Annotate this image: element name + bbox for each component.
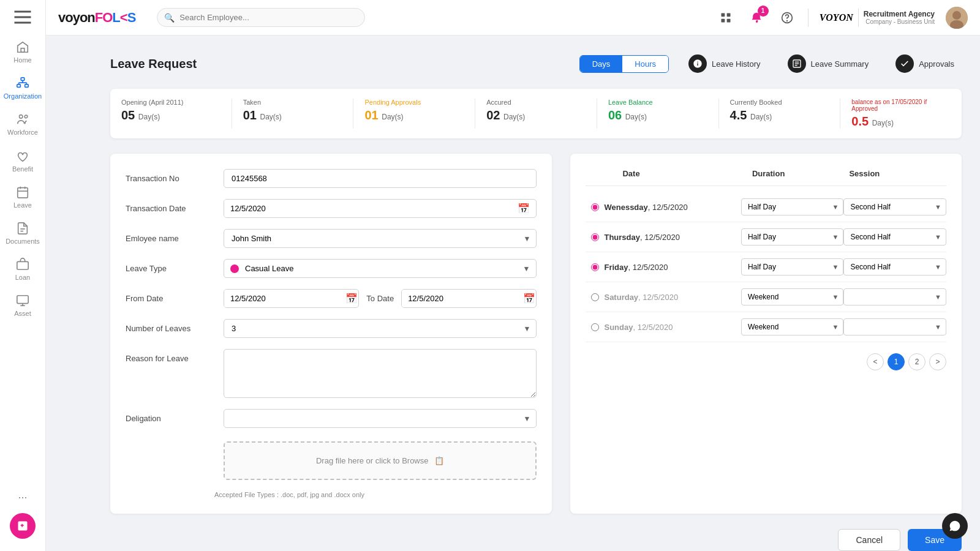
col-duration-header: Duration xyxy=(752,169,850,178)
sidebar-item-home[interactable]: Home xyxy=(0,34,45,70)
row4-duration-select[interactable]: WeekendHalf DayFull Day xyxy=(741,288,844,305)
num-leaves-select[interactable]: 31245 xyxy=(224,319,537,338)
row2-radio[interactable] xyxy=(591,233,599,241)
topbar: voyonFOL<S 🔍 1 VOYON Recru xyxy=(46,0,980,36)
balance-label: Leave Balance xyxy=(608,99,707,106)
transaction-no-input[interactable] xyxy=(224,169,537,188)
reason-textarea[interactable] xyxy=(224,349,537,398)
booked-value: 4.5 Day(s) xyxy=(730,108,829,122)
delegation-select-wrapper: ▼ xyxy=(224,409,537,428)
svg-rect-19 xyxy=(17,262,28,270)
opening-value: 05 Day(s) xyxy=(121,108,221,122)
user-avatar[interactable] xyxy=(946,7,968,29)
delegation-label: Deligation xyxy=(126,409,214,423)
leave-summary-button[interactable]: Leave Summary xyxy=(780,51,876,77)
approvals-label: Approvals xyxy=(919,59,954,69)
row3-date: Friday, 12/5/2020 xyxy=(604,263,741,272)
svg-point-11 xyxy=(20,115,23,119)
pending-label: Pending Approvals xyxy=(364,99,464,106)
accrued-value: 02 Day(s) xyxy=(486,108,586,122)
notification-count: 1 xyxy=(758,6,769,17)
row4-duration-cell: WeekendHalf DayFull Day ▼ xyxy=(741,288,844,305)
svg-rect-23 xyxy=(721,13,725,17)
row4-session-select[interactable]: Second HalfFirst Half xyxy=(843,288,946,305)
num-leaves-select-wrapper: 31245 ▼ xyxy=(224,319,537,338)
row5-radio[interactable] xyxy=(591,323,599,331)
more-options-icon[interactable]: ··· xyxy=(18,482,27,513)
sidebar-item-benefit[interactable]: Benefit xyxy=(0,143,45,179)
hamburger-icon[interactable] xyxy=(12,6,34,28)
sidebar-item-asset[interactable]: Asset xyxy=(0,288,45,324)
row3-session-cell: Second HalfFirst Half ▼ xyxy=(843,258,946,276)
summary-balance: Leave Balance 06 Day(s) xyxy=(597,99,719,129)
leave-type-color-dot xyxy=(230,264,239,273)
transaction-no-label: Transaction No xyxy=(126,169,214,183)
sidebar-item-loan[interactable]: Loan xyxy=(0,252,45,288)
pagination-next[interactable]: > xyxy=(929,353,946,370)
calendar-icon[interactable]: 📅 xyxy=(511,203,536,214)
sidebar-item-documents[interactable]: Documents xyxy=(0,216,45,252)
leave-history-button[interactable]: Leave History xyxy=(681,51,767,77)
from-date-input: 📅 xyxy=(224,289,359,308)
transaction-date-field[interactable] xyxy=(224,200,511,217)
transaction-date-label: Transaction Date xyxy=(126,199,214,213)
row1-session-select[interactable]: Second HalfFirst Half xyxy=(843,198,946,216)
leave-summary-label: Leave Summary xyxy=(811,59,869,69)
sidebar-org-label: Organization xyxy=(4,92,42,100)
quick-action-button[interactable] xyxy=(10,513,36,539)
row3-session-select[interactable]: Second HalfFirst Half xyxy=(843,258,946,276)
leave-type-arrow-icon: ▼ xyxy=(523,264,537,273)
pagination-prev[interactable]: < xyxy=(867,353,884,370)
date-range-row: From Date 📅 To Date 📅 xyxy=(126,289,537,308)
brand-company: Recruitment Agency xyxy=(864,10,935,18)
row1-radio[interactable] xyxy=(591,203,599,211)
approved-value: 0.5 Day(s) xyxy=(851,114,951,129)
row2-duration-select[interactable]: Half DayFull DayWeekend xyxy=(741,228,844,246)
from-date-field[interactable] xyxy=(224,290,339,307)
row1-duration-select[interactable]: Half DayFull DayWeekend xyxy=(741,198,844,216)
search-input[interactable] xyxy=(157,8,365,27)
form-table-layout: Transaction No Transaction Date 📅 Emloye… xyxy=(110,154,962,514)
row1-radio-cell xyxy=(586,203,604,211)
table-row: Thursday, 12/5/2020 Half DayFull DayWeek… xyxy=(586,222,946,252)
approvals-button[interactable]: Approvals xyxy=(888,51,962,77)
row4-radio[interactable] xyxy=(591,293,599,301)
row5-session-select[interactable]: Second HalfFirst Half xyxy=(843,318,946,335)
delegation-select[interactable] xyxy=(224,409,537,428)
employee-name-select[interactable]: John Smith xyxy=(224,229,537,248)
row5-duration-select[interactable]: WeekendHalf DayFull Day xyxy=(741,318,844,335)
transaction-no-row: Transaction No xyxy=(126,169,537,188)
search-icon: 🔍 xyxy=(164,13,175,23)
chat-fab-button[interactable] xyxy=(942,513,968,539)
page-header: Leave Request Days Hours Leave History L… xyxy=(110,51,962,77)
svg-rect-5 xyxy=(17,84,20,88)
summary-taken: Taken 01 Day(s) xyxy=(232,99,354,129)
toggle-days-button[interactable]: Days xyxy=(580,56,623,72)
sidebar-item-organization[interactable]: Organization xyxy=(0,70,45,107)
topbar-actions: 1 VOYON Recruitment Agency Company - Bus… xyxy=(716,7,968,29)
sidebar-item-workforce[interactable]: Workforce xyxy=(0,107,45,143)
reason-row: Reason for Leave xyxy=(126,349,537,398)
cancel-button[interactable]: Cancel xyxy=(838,529,900,551)
sidebar-item-leave[interactable]: Leave xyxy=(0,179,45,216)
svg-rect-4 xyxy=(21,78,24,81)
leave-type-select[interactable]: Casual Leave xyxy=(245,260,523,277)
pagination-page-1[interactable]: 1 xyxy=(888,353,905,370)
notifications-button[interactable]: 1 xyxy=(747,8,766,28)
to-date-calendar-icon[interactable]: 📅 xyxy=(517,293,537,304)
to-date-field[interactable] xyxy=(402,290,517,307)
row3-radio-cell xyxy=(586,263,604,271)
file-upload-area[interactable]: Drag file here or click to Browse 📋 xyxy=(224,441,537,480)
grid-view-button[interactable] xyxy=(716,8,736,28)
help-button[interactable] xyxy=(777,8,797,28)
employee-search: 🔍 xyxy=(157,8,365,27)
table-row: Wenessday, 12/5/2020 Half DayFull DayWee… xyxy=(586,192,946,222)
row2-session-select[interactable]: Second HalfFirst Half xyxy=(843,228,946,246)
pagination-page-2[interactable]: 2 xyxy=(908,353,925,370)
row3-radio[interactable] xyxy=(591,263,599,271)
toggle-hours-button[interactable]: Hours xyxy=(622,56,668,72)
row4-date: Saturday, 12/5/2020 xyxy=(604,293,741,302)
row3-duration-select[interactable]: Half DayFull DayWeekend xyxy=(741,258,844,276)
sidebar-home-label: Home xyxy=(13,56,31,64)
from-date-calendar-icon[interactable]: 📅 xyxy=(339,293,359,304)
